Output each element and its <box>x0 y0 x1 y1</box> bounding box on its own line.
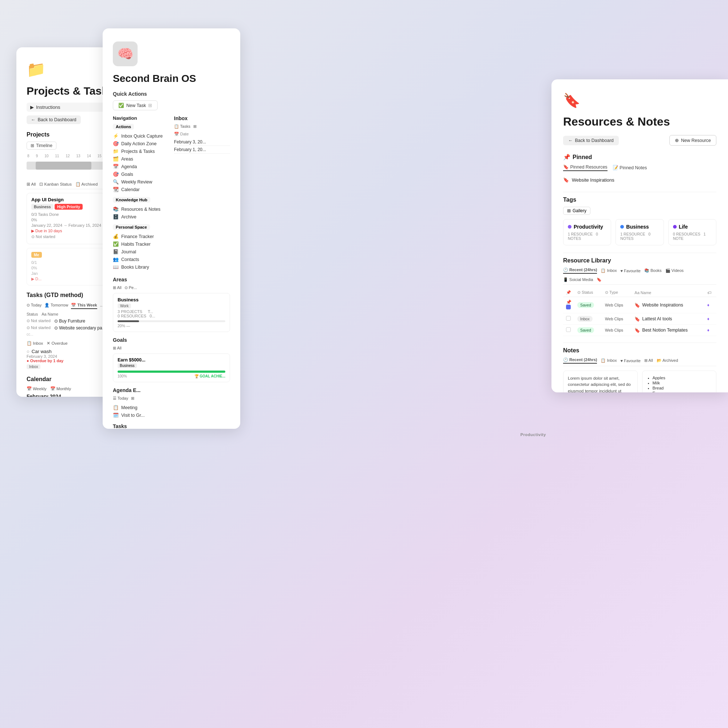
pinned-resources-tab[interactable]: 🔖 Pinned Resources <box>563 164 607 171</box>
goal-achieved-badge: 🏆 GOAL ACHIE... <box>194 374 225 378</box>
tag-card-name-life: Life <box>673 224 712 230</box>
resource-row-3[interactable]: Saved Web Clips 🔖 Best Notion Templates … <box>563 325 716 336</box>
agenda-tab-today[interactable]: ☰ Today <box>113 396 128 401</box>
nav-weekly-review[interactable]: 🔍 Weekly Review <box>113 178 169 186</box>
nav-journal[interactable]: 📓 Journal <box>113 248 169 255</box>
tag-dot-row2: ♦ <box>707 316 710 321</box>
resource-row-1[interactable]: 📌 Saved Web Clips 🔖 Website Inspirations… <box>563 297 716 314</box>
notes-tab-favourite[interactable]: ♥ Favourite <box>620 358 640 364</box>
th-name: Aa Name <box>632 288 704 297</box>
new-task-btn[interactable]: ✅ New Task ⊞ <box>113 101 158 110</box>
notes-tab-inbox[interactable]: 📋 Inbox <box>601 358 616 364</box>
th-pin: 📌 <box>563 288 574 297</box>
bookmark-icon: 🔖 <box>563 92 716 109</box>
nav-resources-notes[interactable]: 📚 Resources & Notes <box>113 205 169 213</box>
agenda-visit-label: Visit to Gr... <box>121 413 145 418</box>
resource-row-2[interactable]: Inbox Web Clips 🔖 Lattest AI tools ♦ <box>563 314 716 325</box>
inbox-tasks-tab[interactable]: 📋 Tasks <box>174 124 190 129</box>
th-tag: 🏷 <box>704 288 716 297</box>
plus-circle-icon: ⊕ <box>675 138 679 143</box>
lib-tab-favourite[interactable]: ♥ Favourite <box>620 268 640 274</box>
notes-section: Notes 🕐 Recent (24hrs) 📋 Inbox ♥ Favouri… <box>563 347 716 392</box>
tab-overdue-left[interactable]: ✕ Overdue <box>47 341 67 346</box>
tag-card-productivity[interactable]: Productivity 1 RESOURCE 0 NOTES <box>563 219 611 245</box>
status-saved-3: Saved <box>577 327 594 333</box>
nav-contacts[interactable]: 👥 Contacts <box>113 255 169 263</box>
notes-tab-all[interactable]: ⊞ All <box>644 358 653 364</box>
new-resource-btn[interactable]: ⊕ New Resource <box>669 135 716 145</box>
lib-tab-more[interactable]: 🔖 <box>596 277 602 282</box>
lib-tabs: 🕐 Recent (24hrs) 📋 Inbox ♥ Favourite 📚 B… <box>563 268 716 284</box>
tab-tomorrow[interactable]: 👤 Tomorrow <box>44 302 68 309</box>
nav-agenda[interactable]: 📅 Agenda <box>113 163 169 170</box>
nav-archive[interactable]: 🗄️ Archive <box>113 213 169 220</box>
grocery-item-apples: Apples <box>653 375 712 380</box>
area-percent: 20% — <box>118 324 225 328</box>
tags-section: Tags ⊞ Gallery Productivity 1 RESOURCE 0… <box>563 197 716 245</box>
gallery-tab[interactable]: ⊞ Gallery <box>563 207 590 215</box>
note-card-existential[interactable]: Lorem ipsum dolor sit amet, consectetur … <box>563 370 638 392</box>
tag-card-life[interactable]: Life 0 RESOURCES 1 NOTE <box>668 219 716 245</box>
nav-finance[interactable]: 💰 Finance Tracker <box>113 232 169 240</box>
areas-tab-all[interactable]: ⊞ All <box>113 285 122 290</box>
pinned-notes-tab[interactable]: 📝 Pinned Notes <box>613 164 647 171</box>
grocery-item-milk: Milk <box>653 380 712 385</box>
back-to-dashboard-btn-left[interactable]: ← Back to Dashboard <box>27 115 81 124</box>
nav-inbox-grid: Navigation Actions ⚡ Inbox Quick Capture… <box>113 115 230 271</box>
lib-tab-social[interactable]: 📱 Soicial Media <box>563 277 593 282</box>
note-card-grocery[interactable]: Apples Milk Bread Eggs ... 📝 Grocery Lis… <box>642 370 717 392</box>
tag-card-name-productivity: Productivity <box>568 224 606 230</box>
pinned-item-website[interactable]: 🔖 Website Inspirations <box>563 176 716 185</box>
grid-icon: ⊞ <box>148 102 152 108</box>
nav-inbox-quick[interactable]: ⚡ Inbox Quick Capture <box>113 132 169 140</box>
area-work-tag: Work <box>118 304 131 308</box>
agenda-item-meeting: 📋 Meeting <box>113 404 230 411</box>
circle-icon: ○ <box>27 349 29 354</box>
nav-projects-tasks[interactable]: 📁 Projects & Tasks <box>113 147 169 155</box>
checkbox-3[interactable] <box>566 327 571 332</box>
lib-tab-books[interactable]: 📚 Books <box>644 268 662 274</box>
resource-lib-title: Resource Library <box>563 257 716 264</box>
knowledge-category: Knowledge Hub <box>113 197 150 203</box>
lib-tab-inbox[interactable]: 📋 Inbox <box>601 268 616 274</box>
area-projects: 3 PROJECTS T... <box>118 309 225 314</box>
tab-archived[interactable]: 📋 Archived <box>75 182 98 187</box>
areas-tabs: ⊞ All ⊙ Pe... <box>113 285 230 290</box>
resource-library: Resource Library 🕐 Recent (24hrs) 📋 Inbo… <box>563 257 716 336</box>
tab-kanban[interactable]: ⊡ Kanban Status <box>39 182 72 187</box>
cal-tab-weekly[interactable]: 📅 Weekly <box>27 386 47 391</box>
goals-tab-all[interactable]: ⊞ All <box>113 346 122 350</box>
nav-calendar[interactable]: 📆 Calendar <box>113 186 169 193</box>
notes-tabs: 🕐 Recent (24hrs) 📋 Inbox ♥ Favourite ⊞ A… <box>563 358 716 366</box>
note-preview-1: Lorem ipsum dolor sit amet, consectetur … <box>568 375 633 392</box>
back-to-dashboard-btn-right[interactable]: ← Back to Dashboard <box>563 136 619 145</box>
agenda-tabs: ☰ Today ⊞ <box>113 396 230 401</box>
tag-business-1: Business <box>31 204 54 210</box>
lib-tab-recent[interactable]: 🕐 Recent (24hrs) <box>563 268 597 274</box>
quick-actions-title: Quick Actions <box>113 91 230 97</box>
tab-today[interactable]: ⊙ Today <box>27 302 41 309</box>
lib-tab-videos[interactable]: 🎬 Videos <box>665 268 684 274</box>
nav-habits[interactable]: ✅ Habits Tracker <box>113 240 169 248</box>
tasks-bottom: Tasks 📋 Inbox ⊞ ● Inbox ○ Status <box>113 423 230 429</box>
notes-tab-archived[interactable]: 📂 Archived <box>657 358 678 364</box>
checkbox-1[interactable] <box>566 305 571 309</box>
nav-daily-action[interactable]: 🎯 Daily Action Zone <box>113 140 169 147</box>
gtd-item-1-name: ⊙ Buy Furniture <box>54 318 85 324</box>
type-1: Web Clips <box>605 303 623 307</box>
nav-goals[interactable]: 🎯 Goals <box>113 170 169 178</box>
tab-this-week[interactable]: 📅 This Week <box>71 302 97 309</box>
cal-tab-monthly[interactable]: 📅 Monthly <box>50 386 71 391</box>
checkbox-2[interactable] <box>566 316 571 321</box>
tab-inbox-left[interactable]: 📋 Inbox <box>27 341 43 346</box>
notes-tab-recent[interactable]: 🕐 Recent (24hrs) <box>563 358 597 364</box>
timeline-btn[interactable]: ⊞ Timeline <box>27 142 57 150</box>
inbox-date-1: February 3, 20... <box>174 138 230 146</box>
areas-tab-pe[interactable]: ⊙ Pe... <box>124 285 137 290</box>
arrow-left-icon: ← <box>31 117 36 122</box>
tab-all[interactable]: ⊞ All <box>27 182 36 187</box>
nav-books[interactable]: 📖 Books Library <box>113 263 169 271</box>
tag-card-business[interactable]: Business 1 RESOURCE 0 NOTES <box>616 219 664 245</box>
nav-areas[interactable]: 🗂️ Areas <box>113 155 169 163</box>
resources-notes-panel: 🔖 Resources & Notes ← Back to Dashboard … <box>551 80 728 392</box>
